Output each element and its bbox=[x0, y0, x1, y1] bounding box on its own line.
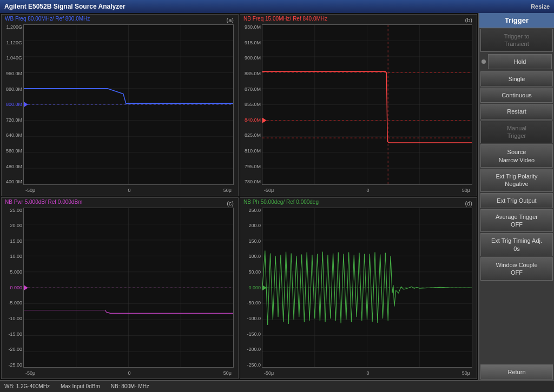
svg-marker-31 bbox=[262, 118, 267, 123]
chart-a-svg bbox=[24, 25, 233, 184]
chart-d-label: (d) bbox=[465, 200, 472, 207]
chart-a-label: (a) bbox=[227, 17, 234, 23]
svg-marker-13 bbox=[24, 102, 28, 107]
chart-a-title: WB Freq 80.00MHz/ Ref 800.0MHz bbox=[5, 16, 90, 22]
sidebar-header: Trigger bbox=[479, 13, 554, 28]
chart-a-xaxis: -50μ 0 50μ bbox=[23, 185, 234, 196]
app-title: Agilent E5052B Signal Source Analyzer bbox=[4, 3, 126, 10]
chart-a-plot bbox=[23, 24, 234, 185]
return-button[interactable]: Return bbox=[480, 364, 553, 380]
chart-a-yaxis: 1.200G 1.120G 1.040G 960.0M 880.0M 800.0… bbox=[2, 24, 23, 185]
chart-d-title: NB Ph 50.00deg/ Ref 0.000deg bbox=[243, 199, 319, 205]
chart-d-yaxis: 250.0 200.0 150.0 100.0 50.00 0.000 -50.… bbox=[240, 208, 262, 368]
trigger-to-transient-button: Trigger toTransient bbox=[480, 29, 553, 52]
chart-d-xaxis: -50μ 0 50μ bbox=[262, 368, 472, 378]
chart-b-xaxis: -50μ 0 50μ bbox=[262, 185, 472, 196]
chart-c-label: (c) bbox=[227, 200, 234, 207]
single-button[interactable]: Single bbox=[480, 71, 553, 87]
continuous-button[interactable]: Continuous bbox=[480, 88, 553, 103]
svg-marker-45 bbox=[24, 285, 28, 290]
chart-b: NB Freq 15.00MHz/ Ref 840.0MHz (b) 930.0… bbox=[240, 14, 477, 196]
charts-area: WB Freq 80.00MHz/ Ref 800.0MHz (a) 1.200… bbox=[0, 13, 478, 380]
window-couple-button[interactable]: Window CoupleOFF bbox=[480, 257, 553, 281]
chart-c-yaxis: 25.00 20.00 15.00 10.00 5.000 0.000 -5.0… bbox=[2, 208, 23, 368]
source-button[interactable]: SourceNarrow Video bbox=[480, 144, 553, 168]
hold-indicator bbox=[482, 59, 486, 64]
restart-button[interactable]: Restart bbox=[480, 104, 553, 119]
chart-c-plot bbox=[23, 208, 234, 368]
hold-button[interactable]: Hold bbox=[488, 54, 552, 69]
status-bar: WB: 1.2G-400MHz Max Input 0dBm NB: 800M-… bbox=[0, 380, 554, 392]
chart-d: NB Ph 50.00deg/ Ref 0.000deg (d) 250.0 2… bbox=[240, 197, 477, 380]
status-max-input: Max Input 0dBm bbox=[61, 383, 100, 389]
chart-a: WB Freq 80.00MHz/ Ref 800.0MHz (a) 1.200… bbox=[1, 14, 239, 196]
sidebar: Trigger Trigger toTransient Hold Single … bbox=[478, 13, 554, 380]
chart-d-plot bbox=[262, 208, 472, 368]
chart-b-title: NB Freq 15.00MHz/ Ref 840.0MHz bbox=[243, 16, 327, 22]
ext-trig-polarity-button[interactable]: Ext Trig PolarityNegative bbox=[480, 169, 553, 192]
chart-c-svg bbox=[24, 208, 233, 368]
ext-trig-timing-button[interactable]: Ext Trig Timing Adj.0s bbox=[480, 233, 553, 256]
main-container: WB Freq 80.00MHz/ Ref 800.0MHz (a) 1.200… bbox=[0, 13, 554, 380]
title-bar: Agilent E5052B Signal Source Analyzer Re… bbox=[0, 0, 554, 13]
resize-button[interactable]: Resize bbox=[531, 3, 550, 10]
chart-b-yaxis: 930.0M 915.0M 900.0M 885.0M 870.0M 855.0… bbox=[240, 24, 262, 185]
chart-b-svg bbox=[262, 25, 472, 184]
ext-trig-output-button[interactable]: Ext Trig Output bbox=[480, 193, 553, 208]
average-trigger-button[interactable]: Average TriggerOFF bbox=[480, 209, 553, 232]
chart-c-title: NB Pwr 5.000dB/ Ref 0.000dBm bbox=[5, 199, 82, 205]
chart-b-plot bbox=[262, 24, 472, 185]
status-nb: NB: 800M- MHz bbox=[111, 383, 149, 389]
chart-b-label: (b) bbox=[465, 17, 472, 23]
chart-c-xaxis: -50μ 0 50μ bbox=[23, 368, 234, 378]
chart-c: NB Pwr 5.000dB/ Ref 0.000dBm (c) 25.00 2… bbox=[1, 197, 239, 380]
manual-trigger-button: ManualTrigger bbox=[480, 121, 553, 144]
trigger-to-transient-label: Trigger toTransient bbox=[504, 32, 530, 48]
status-wb: WB: 1.2G-400MHz bbox=[4, 383, 50, 389]
chart-d-svg bbox=[262, 208, 472, 368]
